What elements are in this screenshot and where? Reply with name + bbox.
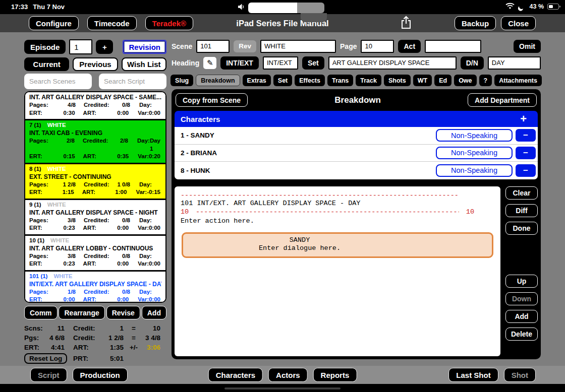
scene-list-item[interactable]: 101 (1) WHITE INT/EXT. ART GALLERY DISPL… xyxy=(25,272,165,303)
dialogue-block[interactable]: SANDY Enter dialogue here. xyxy=(182,232,493,258)
volume-slider[interactable] xyxy=(248,3,324,13)
tab-previous[interactable]: Previous xyxy=(73,57,118,71)
day-night-button[interactable]: D/N xyxy=(461,56,484,70)
delete-button[interactable]: Delete xyxy=(505,328,538,341)
tab-current[interactable]: Current xyxy=(24,57,69,71)
reports-button[interactable]: Reports xyxy=(313,368,357,382)
edit-heading-checkbox-icon[interactable]: ✎ xyxy=(203,57,216,69)
character-name: 2 - BRIANA xyxy=(181,149,217,157)
character-name: 8 - HUNK xyxy=(181,167,210,174)
tab-attachments[interactable]: Attachments xyxy=(494,75,542,86)
department-header-characters[interactable]: Characters + xyxy=(175,111,538,127)
tab-breakdown[interactable]: Breakdown xyxy=(196,75,240,86)
rev-button[interactable]: Rev xyxy=(234,40,256,52)
actors-button[interactable]: Actors xyxy=(268,368,308,382)
done-button[interactable]: Done xyxy=(505,222,538,235)
speaking-toggle-button[interactable]: Non-Speaking xyxy=(436,164,513,177)
plus-minus-sign: +/- xyxy=(124,343,144,352)
production-button[interactable]: Production xyxy=(73,368,128,382)
scene-stats: Pages:1/8 Credited:0/8 Day: xyxy=(29,288,161,296)
script-editor[interactable]: ----------------------------------------… xyxy=(175,186,500,357)
character-row: 2 - BRIANA Non-Speaking − xyxy=(175,145,538,162)
search-script-input[interactable] xyxy=(99,74,166,89)
scene-list-item[interactable]: 10 (1) WHITE INT. ART GALLERY LOBBY - CO… xyxy=(25,236,165,272)
page-number-field[interactable] xyxy=(361,40,394,53)
scene-list-item[interactable]: 9 (1) WHITE INT. ART GALLERY DISPLAY SPA… xyxy=(25,200,165,236)
remove-character-button[interactable]: − xyxy=(516,129,536,142)
scene-stats: Pages:2/8 Credited:2/8 Day:Day 1 xyxy=(29,137,161,153)
tab-set[interactable]: Set xyxy=(273,75,292,86)
reset-log-button[interactable]: Reset Log xyxy=(24,353,67,364)
copy-from-scene-button[interactable]: Copy from Scene xyxy=(176,93,248,107)
episode-button[interactable]: Episode xyxy=(24,40,66,54)
int-ext-field[interactable] xyxy=(263,56,298,70)
revision-color-field[interactable] xyxy=(260,40,336,53)
scene-list-item[interactable]: 7 (1) WHITE INT. TAXI CAB - EVENING Page… xyxy=(25,120,165,164)
tab-trans[interactable]: Trans xyxy=(327,75,353,86)
scene-list-item[interactable]: INT. ART GALLERY DISPLAY SPACE - SAME...… xyxy=(25,92,165,120)
tab-help[interactable]: ? xyxy=(479,75,492,86)
omit-button[interactable]: Omit xyxy=(514,40,541,53)
down-button[interactable]: Down xyxy=(505,292,538,305)
configure-button[interactable]: Configure xyxy=(29,16,79,30)
remove-character-button[interactable]: − xyxy=(516,164,536,177)
pages-value: 3/8 xyxy=(68,217,76,225)
last-shot-button[interactable]: Last Shot xyxy=(448,368,498,382)
tab-extras[interactable]: Extras xyxy=(243,75,271,86)
diff-button[interactable]: Diff xyxy=(505,204,538,217)
set-field[interactable] xyxy=(328,56,457,70)
episode-number-field[interactable] xyxy=(69,39,92,54)
tab-slug[interactable]: Slug xyxy=(171,75,193,86)
add-scene-button[interactable]: Add xyxy=(142,306,166,319)
scene-number-field[interactable] xyxy=(196,40,230,53)
script-scene-heading[interactable]: 101 INT/EXT. ART GALLERY DISPLAY SPACE -… xyxy=(181,200,494,208)
add-episode-button[interactable]: + xyxy=(96,40,113,54)
spacer xyxy=(505,239,538,271)
tab-owe[interactable]: Owe xyxy=(454,75,476,86)
rearrange-button[interactable]: Rearrange xyxy=(59,306,104,319)
timecode-button[interactable]: Timecode xyxy=(87,16,137,30)
close-button[interactable]: Close xyxy=(501,16,536,30)
revision-button[interactable]: Revision xyxy=(123,40,166,54)
characters-button[interactable]: Characters xyxy=(208,368,263,382)
dialogue-text: Enter dialogue here. xyxy=(183,244,416,253)
clear-button[interactable]: Clear xyxy=(505,186,538,200)
remove-character-button[interactable]: − xyxy=(516,147,536,159)
tab-wish-list[interactable]: Wish List xyxy=(122,57,166,71)
comm-button[interactable]: Comm xyxy=(24,306,58,319)
scene-revision-label: WHITE xyxy=(50,237,69,244)
add-character-button[interactable]: + xyxy=(520,113,527,124)
teradek-button[interactable]: Teradek® xyxy=(145,16,193,30)
tab-wt[interactable]: WT xyxy=(413,75,432,86)
breakdown-title: Breakdown xyxy=(248,95,468,105)
totals-row-prt: Reset Log PRT: 5:01 xyxy=(24,353,166,364)
scene-list-item[interactable]: 8 (1) WHITE EXT. STREET - CONTINUING Pag… xyxy=(25,164,165,200)
backup-button[interactable]: Backup xyxy=(455,16,496,30)
add-department-button[interactable]: Add Department xyxy=(468,93,537,107)
speaking-toggle-button[interactable]: Non-Speaking xyxy=(436,129,513,142)
tab-effects[interactable]: Effects xyxy=(295,75,325,86)
ert-label: ERT: xyxy=(29,224,42,232)
day-night-field[interactable] xyxy=(488,56,541,70)
act-button[interactable]: Act xyxy=(398,40,421,53)
home-indicator[interactable] xyxy=(224,387,341,389)
character-row: 8 - HUNK Non-Speaking − xyxy=(175,162,538,179)
set-button[interactable]: Set xyxy=(302,56,324,70)
ert-value: 0:30 xyxy=(64,109,75,117)
act-field[interactable] xyxy=(425,40,481,53)
shot-button[interactable]: Shot xyxy=(504,368,536,382)
tab-shots[interactable]: Shots xyxy=(384,75,411,86)
int-ext-button[interactable]: INT/EXT xyxy=(220,56,259,70)
speaking-toggle-button[interactable]: Non-Speaking xyxy=(436,147,513,159)
search-scenes-input[interactable] xyxy=(24,74,92,89)
tab-ed[interactable]: Ed xyxy=(434,75,451,86)
up-button[interactable]: Up xyxy=(505,275,538,288)
script-button[interactable]: Script xyxy=(30,368,67,382)
pages-label: Pages: xyxy=(29,217,48,225)
share-icon[interactable] xyxy=(400,16,412,31)
action-text[interactable]: Enter action here. xyxy=(181,217,494,226)
scene-stats: ERT:1:15 ART:1:00 Var:-0:15 xyxy=(29,188,161,197)
add-element-button[interactable]: Add xyxy=(505,310,538,323)
revise-button[interactable]: Revise xyxy=(106,306,140,319)
tab-track[interactable]: Track xyxy=(356,75,381,86)
